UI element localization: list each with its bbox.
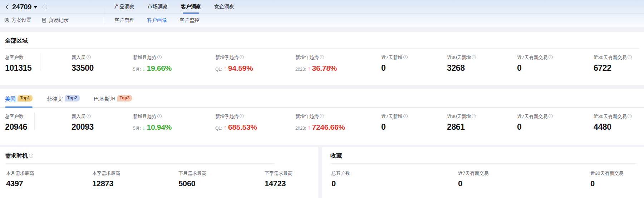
stat-value: 0	[517, 122, 553, 132]
sub-tabs: 客户管理 客户画像 客户监控	[114, 14, 200, 27]
sub-tab[interactable]: 客户管理	[114, 14, 134, 27]
main-tab-label: 客户洞察	[181, 4, 201, 10]
info-icon[interactable]	[43, 5, 47, 9]
info-icon[interactable]	[628, 55, 632, 59]
trend-period-label: Q1:	[215, 67, 222, 72]
chevron-down-icon	[34, 6, 37, 9]
trend-period-label: 5月:	[133, 125, 141, 132]
page-title: 24709	[12, 3, 31, 11]
stat-value: 0	[381, 63, 408, 73]
stat-label: 近30天有新交易	[594, 113, 626, 120]
country-tab[interactable]: 美国 Top1	[5, 95, 33, 107]
info-icon[interactable]	[472, 55, 476, 59]
stat-label-row: 总客户数	[331, 170, 350, 177]
section-title-text: 需求时机	[5, 152, 28, 160]
main-tab-label: 产品洞察	[114, 4, 134, 10]
trade-records-button[interactable]: 贸易记录	[41, 17, 69, 24]
trend-period-label: Q1:	[215, 126, 222, 131]
stat-label: 总客户数	[331, 170, 350, 177]
back-button[interactable]	[4, 4, 10, 10]
stat-label: 新增年趋势	[295, 113, 319, 120]
stat-label-row: 近7天新增	[381, 113, 408, 120]
stat-label-row: 近7天有新交易	[517, 113, 553, 120]
trend-value: 2023: ↑ 36.78%	[295, 64, 337, 73]
info-icon[interactable]	[549, 55, 553, 59]
info-icon[interactable]	[240, 55, 244, 59]
stat-value: 3268	[447, 63, 476, 73]
stat-label: 总客户数	[5, 54, 24, 61]
stat-label-row: 近30天有新交易	[594, 54, 632, 61]
stat-value: 2861	[447, 122, 476, 132]
main-tab[interactable]: 竞企洞察	[214, 0, 234, 14]
stat-label-row: 近7天有新交易	[517, 54, 553, 61]
info-icon[interactable]	[403, 55, 408, 59]
stat-value: 0	[331, 179, 350, 188]
region-stats-row: 总客户数 101315 新入局 33500 新增月趋势 5月: ↓ 19.66%…	[0, 49, 644, 79]
stat-value: 20093	[72, 122, 94, 132]
info-icon[interactable]	[628, 114, 632, 118]
info-icon[interactable]	[240, 114, 244, 118]
stat-value: 0	[590, 179, 623, 188]
stat-label: 近30天新增	[447, 54, 471, 61]
stat-label: 新增季趋势	[215, 54, 239, 61]
main-tab[interactable]: 客户洞察	[181, 0, 201, 14]
stat-item: 近30天新增 2861	[447, 113, 476, 132]
stat-item: 新增月趋势 5月: ↓ 19.66%	[133, 54, 172, 73]
main-tab[interactable]: 产品洞察	[114, 0, 134, 14]
section-title: 全部区域	[0, 32, 644, 48]
stat-value: 4480	[594, 122, 632, 132]
trend-value: 5月: ↓ 19.66%	[133, 64, 172, 73]
info-icon[interactable]	[157, 55, 162, 59]
header-row-2: 方案设置 贸易记录 客户管理 客户画像 客户监控	[0, 14, 644, 27]
stat-value: 12873	[92, 179, 120, 188]
info-icon[interactable]	[29, 154, 33, 158]
trend-value: Q1: ↑ 685.53%	[215, 123, 257, 132]
info-icon[interactable]	[403, 114, 408, 118]
stat-item: 总客户数 0	[331, 170, 350, 188]
trend-arrow-icon: ↑	[223, 124, 227, 132]
stat-item: 新入局 33500	[72, 54, 94, 73]
country-tab-label: 巴基斯坦	[94, 95, 115, 103]
stat-label: 近30天新增	[447, 113, 471, 120]
stat-item: 近30天有新交易 0	[590, 170, 623, 188]
trend-percent: 19.66%	[147, 64, 172, 73]
action-label: 方案设置	[11, 17, 31, 24]
stat-label: 新增月趋势	[133, 113, 156, 120]
stat-item: 近7天有新交易 0	[517, 54, 553, 73]
trend-period-label: 2023:	[295, 67, 306, 72]
country-tab[interactable]: 巴基斯坦 Top3	[94, 95, 132, 107]
plan-title-dropdown[interactable]: 24709	[12, 3, 37, 11]
info-icon[interactable]	[320, 55, 324, 59]
stat-item: 近30天新增 3268	[447, 54, 476, 73]
stat-item: 近30天有新交易 4480	[594, 113, 632, 132]
info-icon[interactable]	[472, 114, 476, 118]
stat-item: 新增年趋势 2023: ↑ 7246.66%	[295, 113, 345, 132]
stat-label: 总客户数	[5, 113, 24, 120]
stat-label-row: 新增季趋势	[215, 54, 253, 61]
info-icon[interactable]	[320, 114, 324, 118]
country-tabs: 美国 Top1 菲律宾 Top2 巴基斯坦 Top3	[0, 89, 644, 108]
plan-settings-button[interactable]: 方案设置	[4, 17, 31, 24]
sub-tab[interactable]: 客户监控	[180, 14, 200, 27]
country-tab[interactable]: 菲律宾 Top2	[47, 95, 80, 107]
trend-percent: 7246.66%	[312, 123, 345, 132]
stat-label: 近7天新增	[381, 113, 402, 120]
info-icon[interactable]	[549, 114, 553, 118]
stat-label-row: 近7天新增	[381, 54, 408, 61]
chevron-left-icon	[4, 4, 10, 10]
info-icon[interactable]	[87, 114, 91, 118]
info-icon[interactable]	[87, 55, 91, 59]
stat-item: 新增年趋势 2023: ↑ 36.78%	[295, 54, 337, 73]
sub-tab[interactable]: 客户画像	[147, 14, 167, 27]
favorites-stats-row: 总客户数 0 近7天有新交易 0 近30天有新交易 0	[322, 164, 644, 191]
stat-value: 0	[458, 179, 488, 188]
stat-value: 101315	[5, 63, 31, 73]
main-tab[interactable]: 市场洞察	[148, 0, 168, 14]
stat-label: 下月需求最高	[178, 170, 206, 177]
info-icon[interactable]	[157, 114, 162, 118]
stat-item: 总客户数 20946	[5, 113, 27, 132]
stat-label: 近7天有新交易	[517, 113, 547, 120]
trend-percent: 94.59%	[228, 64, 253, 73]
stat-label-row: 新增年趋势	[295, 54, 337, 61]
favorites-card: 收藏 总客户数 0 近7天有新交易 0 近30天有新交易 0	[322, 147, 644, 198]
